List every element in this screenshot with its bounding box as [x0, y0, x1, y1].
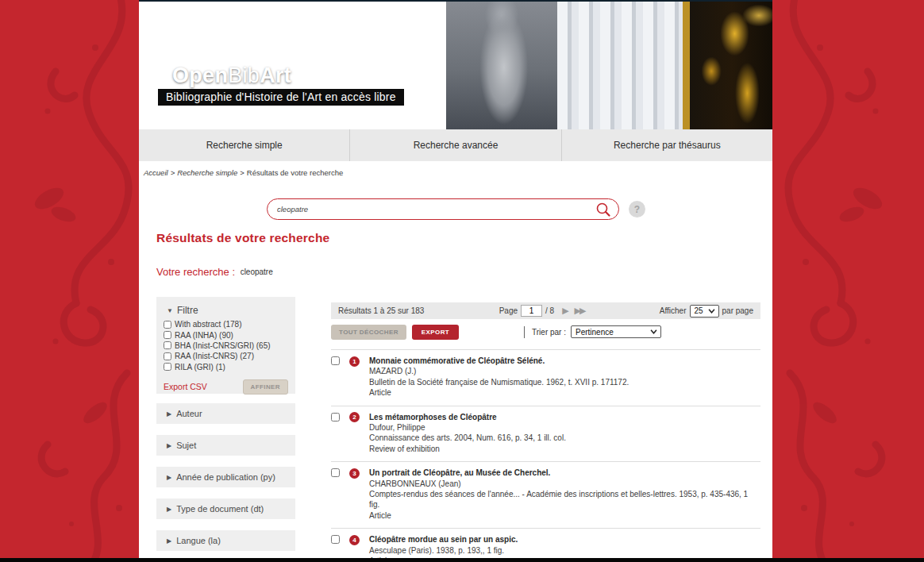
query-line: Votre recherche : cleopatre: [156, 266, 772, 278]
sidebar-section-annee[interactable]: ▶ Année de publication (py): [156, 467, 295, 487]
page-label: Page: [499, 306, 518, 315]
sidebar-section-sujet[interactable]: ▶ Sujet: [156, 435, 295, 456]
sidebar-section-langue[interactable]: ▶ Langue (la): [156, 530, 295, 551]
expand-triangle-icon: ▶: [167, 474, 171, 481]
filter-option-label: With abstract (178): [175, 320, 241, 329]
result-author: CHARBONNEAUX (Jean): [369, 479, 760, 489]
filter-checkbox[interactable]: [164, 363, 171, 371]
site-tagline: Bibliographie d'Histoire de l'Art en acc…: [158, 89, 404, 106]
last-page-icon[interactable]: ▶▶: [575, 306, 585, 315]
result-number-badge: 3: [349, 468, 360, 479]
damask-ornament-right: [772, 0, 924, 562]
search-row: ?: [139, 198, 772, 221]
openbibart-logo[interactable]: OpenBibArt: [172, 64, 291, 88]
result-checkbox[interactable]: [331, 468, 340, 477]
expand-triangle-icon: ▶: [167, 537, 171, 545]
result-title[interactable]: Les métamorphoses de Cléopâtre: [369, 412, 760, 422]
filter-checkbox[interactable]: [164, 321, 171, 329]
content-column: OpenBibArt Bibliographie d'Histoire de l…: [139, 0, 772, 558]
filter-option-rila[interactable]: RILA (GRI) (1): [164, 362, 288, 372]
breadcrumb-recherche-simple[interactable]: Recherche simple: [177, 168, 237, 177]
search-box: [267, 198, 619, 220]
search-input[interactable]: [268, 205, 595, 214]
result-author: MAZARD (J.): [369, 366, 760, 376]
collapse-triangle-icon: ▼: [167, 307, 173, 314]
results-count: Résultats 1 à 25 sur 183: [338, 306, 424, 315]
filter-option-label: RAA (INHA) (90): [175, 331, 233, 340]
breadcrumb-accueil[interactable]: Accueil: [144, 168, 168, 177]
result-number-badge: 4: [349, 535, 360, 545]
banner-art-school-of-athens: [270, 0, 446, 129]
result-checkbox[interactable]: [331, 413, 340, 422]
tab-recherche-avancee[interactable]: Recherche avancée: [349, 129, 560, 161]
sidebar-section-label: Sujet: [176, 441, 196, 450]
filter-checkbox[interactable]: [164, 341, 171, 349]
filter-checkbox[interactable]: [164, 352, 171, 360]
search-button[interactable]: [595, 198, 618, 220]
page-number-input[interactable]: [521, 305, 542, 317]
filter-option-with-abstract[interactable]: With abstract (178): [164, 319, 288, 329]
openbibart-page: OpenBibArt Bibliographie d'Histoire de l…: [0, 0, 924, 562]
breadcrumb: Accueil>Recherche simple>Résultats de vo…: [144, 168, 772, 179]
per-page-suffix: par page: [722, 306, 753, 315]
logo-bib: Bib: [228, 64, 260, 87]
per-page-select[interactable]: 25: [690, 305, 719, 318]
sidebar-section-label: Langue (la): [176, 536, 221, 545]
results-panel: Résultats 1 à 25 sur 183 Page / 8 ▶ ▶▶ A…: [331, 297, 760, 561]
export-button[interactable]: EXPORT: [412, 325, 459, 340]
sort-select[interactable]: Pertinence: [571, 325, 661, 338]
result-text: Cléopâtre mordue au sein par un aspic. A…: [369, 534, 760, 561]
result-citation: Comptes-rendus des séances de l'année...…: [369, 489, 760, 510]
tab-recherche-simple[interactable]: Recherche simple: [139, 129, 349, 161]
help-button[interactable]: ?: [629, 201, 645, 217]
chevron-down-icon: [708, 309, 715, 314]
filter-panel: ▼ Filtre With abstract (178) RAA (INHA) …: [156, 297, 295, 394]
result-title[interactable]: Cléopâtre mordue au sein par un aspic.: [369, 534, 760, 545]
sidebar-section-auteur[interactable]: ▶ Auteur: [156, 403, 295, 424]
refine-button[interactable]: AFFINER: [243, 379, 288, 395]
next-page-icon[interactable]: ▶: [562, 306, 567, 315]
search-mode-tabs: Recherche simple Recherche avancée Reche…: [139, 129, 772, 161]
expand-triangle-icon: ▶: [167, 442, 171, 449]
results-toolbar-top: Résultats 1 à 25 sur 183 Page / 8 ▶ ▶▶ A…: [331, 302, 760, 319]
damask-ornament-left: [0, 0, 139, 562]
breadcrumb-separator: >: [240, 168, 244, 177]
result-number-badge: 2: [349, 412, 360, 422]
banner-art-statue: [446, 0, 557, 129]
filter-option-raa-inha[interactable]: RAA (INHA) (90): [164, 329, 288, 340]
sidebar-section-type-document[interactable]: ▶ Type de document (dt): [156, 498, 295, 519]
result-checkbox[interactable]: [331, 535, 340, 544]
result-checkbox[interactable]: [331, 356, 340, 365]
result-item-1: 1 Monnaie commémorative de Cléopâtre Sél…: [331, 350, 760, 406]
chevron-down-icon: [650, 329, 657, 334]
result-title[interactable]: Un portrait de Cléopâtre, au Musée de Ch…: [369, 468, 760, 478]
result-title[interactable]: Monnaie commémorative de Cléopâtre Sélén…: [369, 356, 760, 366]
filter-panel-header[interactable]: ▼ Filtre: [167, 305, 288, 316]
per-page-value: 25: [695, 306, 703, 315]
result-item-4: 4 Cléopâtre mordue au sein par un aspic.…: [331, 529, 760, 561]
result-text: Un portrait de Cléopâtre, au Musée de Ch…: [369, 468, 760, 521]
filter-option-bha[interactable]: BHA (Inist-CNRS/GRI) (65): [164, 341, 288, 351]
breadcrumb-current: Résultats de votre recherche: [247, 168, 343, 177]
filter-checkbox[interactable]: [164, 331, 171, 339]
page-title: Résultats de votre recherche: [156, 231, 772, 245]
result-item-3: 3 Un portrait de Cléopâtre, au Musée de …: [331, 462, 760, 529]
uncheck-all-button[interactable]: TOUT DÉCOCHER: [331, 325, 406, 340]
filter-option-label: RILA (GRI) (1): [175, 363, 225, 371]
page-total: / 8: [545, 306, 554, 315]
result-citation: Bulletin de la Société française de Numi…: [369, 377, 760, 387]
per-page-control: Afficher 25 par page: [660, 305, 753, 318]
sort-value: Pertinence: [576, 328, 614, 337]
result-text: Monnaie commémorative de Cléopâtre Sélén…: [369, 356, 760, 398]
filter-option-raa-inist[interactable]: RAA (Inist-CNRS) (27): [164, 351, 288, 361]
result-citation: Aesculape (Paris). 1938, p. 193,, 1 fig.: [369, 545, 760, 556]
tab-recherche-thesaurus[interactable]: Recherche par thésaurus: [561, 129, 772, 161]
export-csv-link[interactable]: Export CSV: [164, 382, 207, 391]
query-value: cleopatre: [241, 268, 273, 276]
sort-label: Trier par :: [532, 328, 566, 337]
result-type: Article: [369, 510, 760, 521]
result-citation: Connaissance des arts. 2004, Num. 616, p…: [369, 433, 760, 443]
per-page-label: Afficher: [660, 306, 687, 315]
logo-art: Art: [260, 64, 291, 87]
banner-art-columns: [557, 0, 683, 129]
